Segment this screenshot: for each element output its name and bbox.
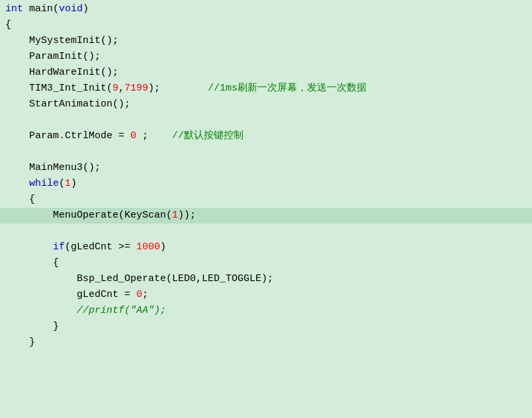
- code-line: MySystemInit();: [0, 33, 532, 49]
- code-token: if: [53, 239, 65, 255]
- code-token: while: [5, 176, 59, 191]
- code-token: MySystemInit();: [5, 33, 118, 48]
- code-line: int main(void): [0, 1, 532, 17]
- code-line: TIM3_Int_Init(9,7199); //1ms刷新一次屏幕，发送一次数…: [0, 81, 532, 97]
- code-token: (: [59, 176, 65, 191]
- code-editor: int main(void){ MySystemInit(); ParamIni…: [0, 0, 532, 418]
- code-token: ): [71, 176, 77, 191]
- code-token: gLedCnt =: [5, 287, 136, 302]
- code-token: ;: [142, 287, 148, 302]
- code-token: ): [160, 239, 166, 255]
- code-line: StartAnimation();: [0, 97, 532, 112]
- code-line: while(1): [0, 176, 532, 192]
- code-token: }: [5, 319, 59, 334]
- code-token: Bsp_Led_Operate(LED0,LED_TOGGLE);: [5, 271, 273, 286]
- code-line: MenuOperate(KeyScan(1));: [0, 208, 532, 224]
- code-token: {: [5, 192, 35, 207]
- code-token: //printf("AA");: [5, 303, 166, 318]
- code-token: 0: [130, 128, 136, 144]
- code-line: ParamInit();: [0, 49, 532, 65]
- code-token: ParamInit();: [5, 49, 101, 64]
- code-token: [5, 239, 53, 255]
- code-line: [0, 112, 532, 128]
- code-line: }: [0, 319, 532, 335]
- code-token: 7199: [124, 81, 148, 96]
- code-token: 9: [112, 81, 118, 96]
- code-line: MainMenu3();: [0, 160, 532, 176]
- code-line: [0, 224, 532, 239]
- code-token: void: [59, 1, 83, 17]
- code-line: {: [0, 255, 532, 271]
- code-token: }: [5, 335, 35, 350]
- code-token: 1: [172, 208, 178, 223]
- code-token: {: [5, 255, 59, 271]
- code-token: [160, 81, 208, 96]
- code-token: //默认按键控制: [172, 128, 244, 144]
- code-token: ));: [178, 208, 196, 223]
- code-token: HardWareInit();: [5, 65, 118, 80]
- code-token: MainMenu3();: [5, 160, 101, 175]
- code-token: {: [5, 17, 11, 32]
- code-token: ): [83, 1, 89, 17]
- code-line: {: [0, 17, 532, 33]
- code-token: //1ms刷新一次屏幕，发送一次数据: [208, 81, 367, 96]
- code-token: main(: [23, 1, 59, 17]
- code-token: 0: [136, 287, 142, 302]
- code-token: ;: [136, 128, 172, 144]
- code-line: if(gLedCnt >= 1000): [0, 239, 532, 255]
- code-token: Param.CtrlMode =: [5, 128, 130, 144]
- code-line: [0, 144, 532, 160]
- code-token: 1: [65, 176, 71, 191]
- code-line: gLedCnt = 0;: [0, 287, 532, 303]
- code-line: Bsp_Led_Operate(LED0,LED_TOGGLE);: [0, 271, 532, 287]
- code-line: HardWareInit();: [0, 65, 532, 81]
- code-line: //printf("AA");: [0, 303, 532, 319]
- code-token: int: [5, 1, 23, 17]
- code-token: (gLedCnt >=: [65, 239, 136, 255]
- code-token: TIM3_Int_Init(: [5, 81, 112, 96]
- code-line: Param.CtrlMode = 0 ; //默认按键控制: [0, 128, 532, 144]
- code-line: }: [0, 335, 532, 351]
- code-token: );: [148, 81, 160, 96]
- code-line: {: [0, 192, 532, 208]
- code-token: MenuOperate(KeyScan(: [5, 208, 172, 223]
- code-token: ,: [118, 81, 124, 96]
- code-token: StartAnimation();: [5, 97, 130, 112]
- code-token: 1000: [136, 239, 160, 255]
